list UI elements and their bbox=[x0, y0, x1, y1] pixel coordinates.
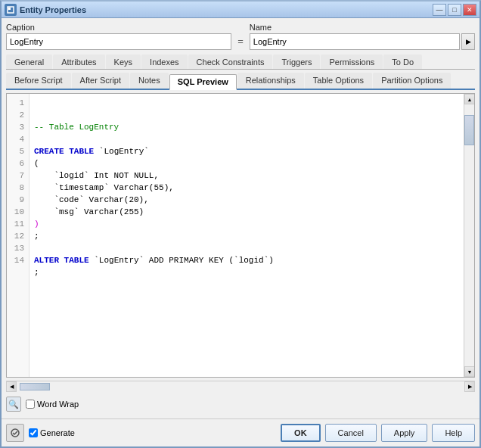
line-numbers: 1 2 3 4 5 6 7 8 9 10 11 12 13 14 bbox=[7, 94, 29, 377]
tab-sql-preview[interactable]: SQL Preview bbox=[169, 74, 237, 90]
app-icon bbox=[5, 4, 17, 16]
scroll-up-arrow[interactable]: ▲ bbox=[464, 94, 475, 104]
tab-before-script[interactable]: Before Script bbox=[6, 73, 71, 89]
caption-label: Caption bbox=[6, 23, 231, 32]
apply-button[interactable]: Apply bbox=[381, 424, 428, 442]
tab-permissions[interactable]: Permissions bbox=[321, 54, 383, 69]
tab-check-constraints[interactable]: Check Constraints bbox=[188, 54, 273, 69]
help-button[interactable]: Help bbox=[432, 424, 475, 442]
tabs-row1: General Attributes Keys Indexes Check Co… bbox=[6, 54, 475, 70]
horizontal-scrollbar[interactable]: ◀ ▶ bbox=[6, 381, 475, 391]
tab-relationships[interactable]: Relationships bbox=[237, 73, 304, 89]
main-content: Caption = Name ▶ General Attributes Keys… bbox=[2, 18, 479, 418]
close-button[interactable]: ✕ bbox=[463, 4, 476, 16]
name-arrow-button[interactable]: ▶ bbox=[461, 33, 475, 50]
generate-label[interactable]: Generate bbox=[29, 428, 75, 437]
caption-group: Caption bbox=[6, 23, 231, 50]
equals-symbol: = bbox=[237, 36, 244, 48]
tab-table-options[interactable]: Table Options bbox=[305, 73, 372, 89]
tab-keys[interactable]: Keys bbox=[106, 54, 141, 69]
vertical-scrollbar[interactable]: ▲ ▼ bbox=[464, 94, 474, 377]
tab-attributes[interactable]: Attributes bbox=[53, 54, 104, 69]
h-scroll-thumb[interactable] bbox=[20, 383, 50, 390]
options-row: 🔍 Word Wrap bbox=[6, 394, 475, 414]
footer-left: Generate bbox=[6, 424, 75, 442]
window-controls: — □ ✕ bbox=[433, 4, 476, 16]
caption-name-row: Caption = Name ▶ bbox=[6, 23, 475, 50]
generate-checkbox[interactable] bbox=[29, 428, 38, 437]
word-wrap-checkbox[interactable] bbox=[26, 400, 35, 409]
window-title: Entity Properties bbox=[20, 5, 433, 14]
h-scroll-track bbox=[18, 383, 463, 390]
search-icon[interactable]: 🔍 bbox=[6, 397, 21, 412]
minimize-button[interactable]: — bbox=[433, 4, 446, 16]
maximize-button[interactable]: □ bbox=[448, 4, 461, 16]
cancel-button[interactable]: Cancel bbox=[325, 424, 377, 442]
name-label: Name bbox=[250, 23, 475, 32]
word-wrap-label[interactable]: Word Wrap bbox=[26, 400, 79, 409]
entity-properties-window: Entity Properties — □ ✕ Caption = Name ▶ bbox=[0, 0, 481, 448]
tab-indexes[interactable]: Indexes bbox=[141, 54, 188, 69]
tab-notes[interactable]: Notes bbox=[130, 73, 169, 89]
name-input[interactable] bbox=[250, 33, 460, 50]
tabs-row2: Before Script After Script Notes SQL Pre… bbox=[6, 73, 475, 90]
footer-buttons: OK Cancel Apply Help bbox=[281, 424, 475, 442]
sql-editor: 1 2 3 4 5 6 7 8 9 10 11 12 13 14 -- Tabl… bbox=[6, 93, 475, 378]
scroll-right-arrow[interactable]: ▶ bbox=[464, 381, 475, 392]
name-input-wrap: ▶ bbox=[250, 33, 475, 50]
tab-triggers[interactable]: Triggers bbox=[273, 54, 320, 69]
tab-to-do[interactable]: To Do bbox=[383, 54, 422, 69]
generate-icon bbox=[6, 424, 24, 442]
tab-partition-options[interactable]: Partition Options bbox=[373, 73, 451, 89]
tab-after-script[interactable]: After Script bbox=[72, 73, 129, 89]
scroll-thumb[interactable] bbox=[464, 115, 474, 145]
title-bar: Entity Properties — □ ✕ bbox=[2, 2, 479, 18]
tab-general[interactable]: General bbox=[6, 54, 52, 69]
caption-input[interactable] bbox=[6, 33, 231, 50]
scroll-left-arrow[interactable]: ◀ bbox=[6, 381, 17, 392]
ok-button[interactable]: OK bbox=[281, 424, 321, 442]
scroll-down-arrow[interactable]: ▼ bbox=[464, 366, 475, 377]
svg-rect-1 bbox=[8, 8, 11, 10]
code-display[interactable]: -- Table LogEntry CREATE TABLE `LogEntry… bbox=[29, 94, 464, 377]
name-group: Name ▶ bbox=[250, 23, 475, 50]
footer: Generate OK Cancel Apply Help bbox=[2, 418, 479, 446]
